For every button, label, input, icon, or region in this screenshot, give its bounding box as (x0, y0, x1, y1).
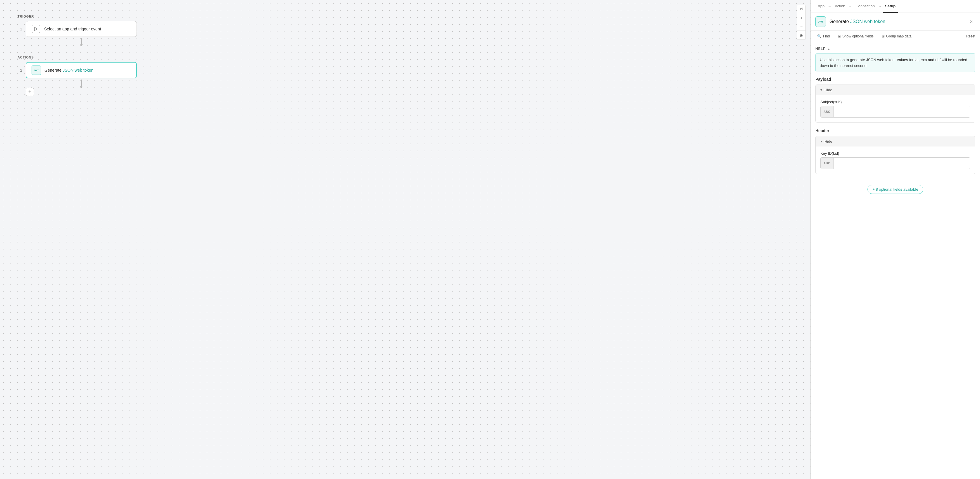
find-button[interactable]: 🔍 Find (815, 33, 832, 40)
arrow-1: → (828, 5, 831, 8)
help-section: HELP ▲ Use this action to generate JSON … (815, 47, 975, 72)
panel-toolbar: 🔍 Find ◉ Show optional fields ⊞ Group ma… (811, 31, 980, 42)
canvas: ↺ + − ⊕ TRIGGER 1 S (0, 0, 810, 479)
step2-label: Generate JSON web token (45, 68, 93, 73)
panel-title: Generate JSON web token (829, 19, 964, 24)
keyid-type-badge: ABC (821, 158, 834, 169)
tab-connection[interactable]: Connection (853, 0, 877, 13)
panel-jwt-icon: JWT (815, 16, 826, 27)
reset-zoom-button[interactable]: ↺ (797, 5, 805, 13)
zoom-out-button[interactable]: − (797, 22, 805, 31)
step1-label: Select an app and trigger event (44, 27, 101, 31)
payload-chevron-icon: ▼ (820, 88, 823, 92)
group-icon: ⊞ (882, 34, 885, 38)
step2-icon: JWT (32, 65, 41, 75)
step2-card[interactable]: JWT Generate JSON web token (26, 62, 137, 78)
step1-row: 1 Select an app and trigger event (18, 21, 137, 37)
fit-view-button[interactable]: ⊕ (797, 31, 805, 40)
step2-number: 2 (18, 68, 22, 73)
help-header[interactable]: HELP ▲ (815, 47, 975, 51)
add-step-button[interactable]: + (26, 88, 34, 96)
actions-label: ACTIONS (18, 56, 137, 59)
actions-section: ACTIONS 2 JWT Generate JSON web token (18, 56, 137, 96)
header-body: Key ID(kid) ABC (816, 146, 975, 174)
find-icon: 🔍 (817, 34, 821, 38)
tab-app[interactable]: App (815, 0, 827, 13)
payload-collapse-header[interactable]: ▼ Hide (816, 85, 975, 95)
payload-body: Subject(sub) ABC (816, 95, 975, 122)
panel-content: HELP ▲ Use this action to generate JSON … (811, 42, 980, 479)
payload-section: Payload ▼ Hide Subject(sub) ABC (815, 77, 975, 123)
help-chevron-icon: ▲ (827, 48, 830, 51)
subject-type-badge: ABC (821, 106, 834, 117)
workflow-area: TRIGGER 1 Select an app and trigger even… (18, 14, 137, 96)
optional-fields-bar: + 8 optional fields available (815, 180, 975, 196)
header-collapsible: ▼ Hide Key ID(kid) ABC (815, 136, 975, 174)
canvas-controls: ↺ + − ⊕ (797, 5, 806, 40)
jwt-icon: JWT (32, 65, 41, 75)
header-chevron-icon: ▼ (820, 140, 823, 143)
connector2 (26, 80, 137, 88)
tab-action[interactable]: Action (832, 0, 848, 13)
right-panel: App → Action → Connection → Setup JWT Ge… (810, 0, 980, 479)
tab-setup[interactable]: Setup (883, 0, 898, 13)
optional-fields-button[interactable]: + 8 optional fields available (867, 185, 923, 194)
trigger-label: TRIGGER (18, 14, 137, 18)
step1-icon (31, 24, 41, 33)
header-title: Header (815, 128, 975, 133)
connector2-arrow (80, 86, 83, 88)
step1-number: 1 (18, 27, 22, 31)
help-text: Use this action to generate JSON web tok… (815, 53, 975, 72)
optional-icon: ◉ (838, 34, 841, 38)
connector1-arrow (80, 45, 83, 46)
group-map-button[interactable]: ⊞ Group map data (880, 33, 913, 40)
subject-input[interactable] (834, 106, 970, 117)
show-optional-button[interactable]: ◉ Show optional fields (836, 33, 875, 40)
keyid-input-row: ABC (820, 158, 970, 169)
payload-collapsible: ▼ Hide Subject(sub) ABC (815, 84, 975, 123)
keyid-label: Key ID(kid) (820, 151, 970, 156)
step1-card[interactable]: Select an app and trigger event (26, 21, 137, 37)
header-collapse-header[interactable]: ▼ Hide (816, 136, 975, 146)
step2-row: 2 JWT Generate JSON web token (18, 62, 137, 78)
payload-title: Payload (815, 77, 975, 81)
subject-input-row: ABC (820, 106, 970, 118)
arrow-2: → (849, 5, 852, 8)
subject-label: Subject(sub) (820, 100, 970, 104)
panel-close-button[interactable]: × (967, 18, 975, 26)
reset-button[interactable]: Reset (966, 34, 975, 38)
header-section: Header ▼ Hide Key ID(kid) ABC (815, 128, 975, 174)
arrow-3: → (878, 5, 881, 8)
zoom-in-button[interactable]: + (797, 14, 805, 22)
trigger-icon (32, 25, 40, 33)
connector1 (26, 38, 137, 46)
keyid-input[interactable] (834, 158, 970, 169)
panel-tabs: App → Action → Connection → Setup (811, 0, 980, 13)
panel-title-row: JWT Generate JSON web token × (811, 13, 980, 31)
